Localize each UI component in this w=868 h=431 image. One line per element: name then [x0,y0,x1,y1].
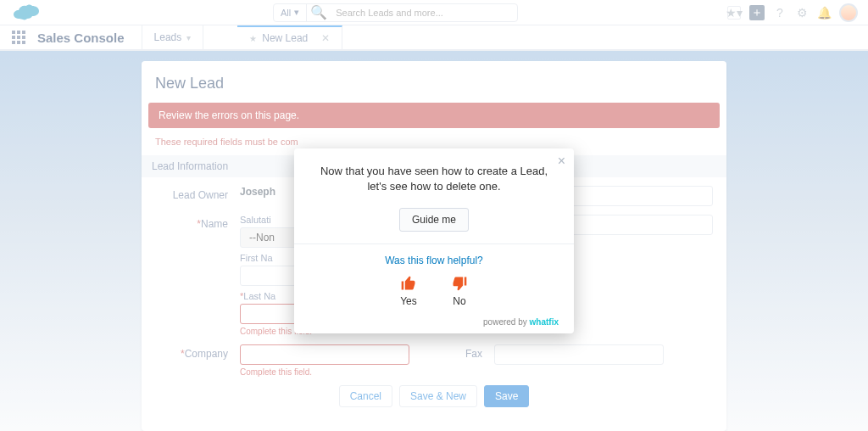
modal-message: Now that you have seen how to create a L… [309,164,559,194]
thumbs-down-icon [451,275,468,292]
guide-me-button[interactable]: Guide me [399,208,469,232]
powered-by: powered by whatfix [309,312,559,327]
feedback-yes[interactable]: Yes [400,275,417,307]
whatfix-modal: × Now that you have seen how to create a… [294,148,574,333]
feedback-no[interactable]: No [451,275,468,307]
close-icon[interactable]: × [558,154,565,169]
helpful-prompt: Was this flow helpful? [309,255,559,266]
thumbs-up-icon [400,275,417,292]
